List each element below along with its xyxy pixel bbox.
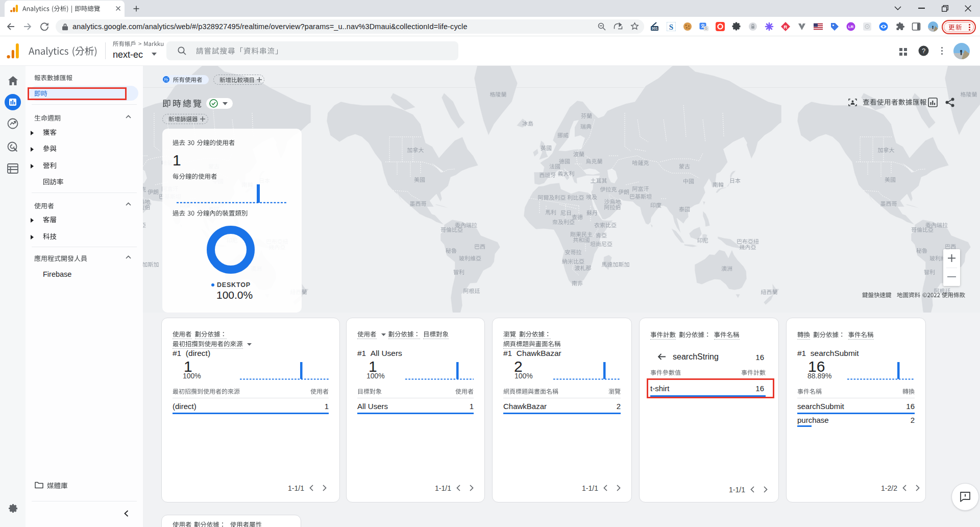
svg-text:R: R xyxy=(784,24,788,30)
svg-text:LR: LR xyxy=(848,25,854,29)
svg-text:G: G xyxy=(704,27,707,30)
svg-text:?: ? xyxy=(922,47,925,55)
svg-text:S: S xyxy=(669,23,673,31)
svg-text:301: 301 xyxy=(651,26,658,31)
